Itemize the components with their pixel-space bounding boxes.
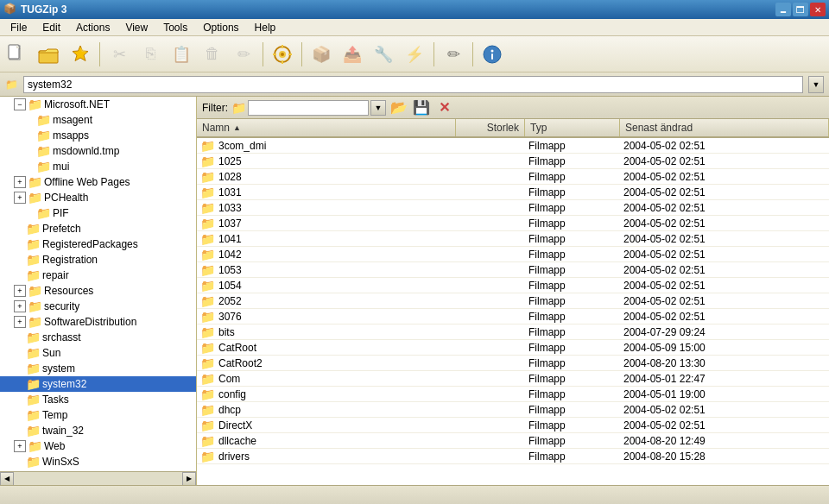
tree-item-registration[interactable]: 📁Registration [0, 252, 196, 268]
folder-icon: 📁 [200, 341, 215, 355]
address-input[interactable] [23, 76, 803, 93]
close-button[interactable]: ✕ [810, 3, 826, 16]
tree-label-resources: Resources [44, 285, 93, 297]
tree-item-srchasst[interactable]: 📁srchasst [0, 330, 196, 345]
col-header-name[interactable]: Namn ▲ [197, 119, 456, 136]
file-row[interactable]: 📁3076Filmapp2004-05-02 02:51 [197, 309, 829, 324]
file-modified-cell: 2004-05-02 02:51 [620, 264, 829, 276]
filter-save-button[interactable]: 💾 [412, 99, 431, 117]
tree-hscroll[interactable]: ◀ ▶ [0, 471, 196, 485]
tree-item-sun[interactable]: 📁Sun [0, 345, 196, 361]
tree-item-software-distribution[interactable]: +📁SoftwareDistribution [0, 314, 196, 330]
menu-item-tools[interactable]: Tools [156, 20, 194, 35]
file-row[interactable]: 📁1042Filmapp2004-05-02 02:51 [197, 247, 829, 262]
file-row[interactable]: 📁1041Filmapp2004-05-02 02:51 [197, 231, 829, 247]
toolbar-sfx-button[interactable]: ⚡ [400, 40, 429, 69]
tree-item-microsoft-net[interactable]: −📁Microsoft.NET [0, 97, 196, 112]
tree-item-security[interactable]: +📁security [0, 299, 196, 314]
tree-scroll-left[interactable]: ◀ [0, 472, 14, 486]
toolbar-favorites-button[interactable] [66, 40, 95, 69]
tree-item-msdownld-tmp[interactable]: 📁msdownld.tmp [0, 143, 196, 159]
minimize-button[interactable]: 🗕 [775, 3, 791, 16]
file-row[interactable]: 📁1053Filmapp2004-05-02 02:51 [197, 262, 829, 278]
toolbar-info-button[interactable] [478, 40, 507, 69]
file-rows[interactable]: 📁3com_dmiFilmapp2004-05-02 02:51📁1025Fil… [197, 138, 829, 485]
tree-expand-pchealth[interactable]: + [14, 192, 26, 204]
toolbar-extract-button[interactable]: 📤 [338, 40, 367, 69]
menu-item-view[interactable]: View [118, 20, 155, 35]
file-list: Namn ▲ Storlek Typ Senast ändrad 📁3com_d… [197, 119, 829, 485]
toolbar-new-button[interactable] [3, 40, 33, 69]
menu-item-edit[interactable]: Edit [35, 20, 67, 35]
tree-item-mui[interactable]: 📁mui [0, 159, 196, 174]
file-row[interactable]: 📁2052Filmapp2004-05-02 02:51 [197, 293, 829, 309]
file-row[interactable]: 📁dllcacheFilmapp2004-08-20 12:49 [197, 433, 829, 449]
file-row[interactable]: 📁1037Filmapp2004-05-02 02:51 [197, 216, 829, 231]
file-row[interactable]: 📁1028Filmapp2004-05-02 02:51 [197, 169, 829, 185]
toolbar-settings-button[interactable] [268, 40, 297, 69]
file-modified-cell: 2004-08-20 13:30 [620, 357, 829, 369]
file-row[interactable]: 📁dhcpFilmapp2004-05-02 02:51 [197, 402, 829, 418]
toolbar-rename-button[interactable]: ✏ [229, 40, 258, 69]
tree-item-msapps[interactable]: 📁msapps [0, 128, 196, 143]
toolbar-open-button[interactable] [35, 40, 64, 69]
filter-open-button[interactable]: 📂 [389, 99, 408, 117]
tree-scroll-right[interactable]: ▶ [182, 472, 196, 486]
tree-expand-offline-web-pages[interactable]: + [14, 176, 26, 188]
tree-item-temp[interactable]: 📁Temp [0, 407, 196, 423]
tree-expand-web[interactable]: + [14, 440, 26, 452]
file-row[interactable]: 📁1033Filmapp2004-05-02 02:51 [197, 200, 829, 216]
tree-item-offline-web-pages[interactable]: +📁Offline Web Pages [0, 174, 196, 190]
tree-item-prefetch[interactable]: 📁Prefetch [0, 221, 196, 236]
file-row[interactable]: 📁ComFilmapp2004-05-01 22:47 [197, 371, 829, 387]
tree-item-pchealth[interactable]: +📁PCHealth [0, 190, 196, 205]
tree-item-winsxs[interactable]: 📁WinSxS [0, 454, 196, 469]
maximize-button[interactable]: 🗖 [793, 3, 808, 16]
file-row[interactable]: 📁CatRootFilmapp2004-05-09 15:00 [197, 340, 829, 356]
file-row[interactable]: 📁configFilmapp2004-05-01 19:00 [197, 387, 829, 402]
tree-item-resources[interactable]: +📁Resources [0, 283, 196, 299]
tree-item-twain-32[interactable]: 📁twain_32 [0, 423, 196, 438]
col-header-size[interactable]: Storlek [456, 119, 525, 136]
menu-item-help[interactable]: Help [248, 20, 283, 35]
menu-item-actions[interactable]: Actions [69, 20, 117, 35]
toolbar-write-button[interactable]: ✏ [439, 40, 468, 69]
tree-item-repair[interactable]: 📁repair [0, 268, 196, 283]
toolbar-copy-button[interactable]: ⎘ [136, 40, 165, 69]
file-list-panel: Filter: 📁 ▼ 📂 💾 ✕ Namn ▲ Storlek [197, 97, 829, 485]
file-row[interactable]: 📁1025Filmapp2004-05-02 02:51 [197, 154, 829, 169]
file-row[interactable]: 📁1054Filmapp2004-05-02 02:51 [197, 278, 829, 293]
col-header-type[interactable]: Typ [525, 119, 620, 136]
tree-expand-microsoft-net[interactable]: − [14, 98, 26, 110]
tree-item-system[interactable]: 📁system [0, 361, 196, 376]
tree-item-tasks[interactable]: 📁Tasks [0, 392, 196, 407]
toolbar-paste-button[interactable]: 📋 [167, 40, 196, 69]
filter-input[interactable] [248, 100, 369, 116]
file-row[interactable]: 📁1031Filmapp2004-05-02 02:51 [197, 185, 829, 200]
filter-clear-button[interactable]: ✕ [434, 99, 453, 117]
tree-item-web[interactable]: +📁Web [0, 438, 196, 454]
tree-item-system32[interactable]: 📁system32 [0, 376, 196, 392]
toolbar-test-button[interactable]: 🔧 [369, 40, 398, 69]
tree-expand-software-distribution[interactable]: + [14, 316, 26, 328]
toolbar-delete-button[interactable]: 🗑 [198, 40, 227, 69]
tree-expand-security[interactable]: + [14, 300, 26, 312]
file-row[interactable]: 📁DirectXFilmapp2004-05-02 02:51 [197, 418, 829, 433]
col-header-modified[interactable]: Senast ändrad [620, 119, 829, 136]
filter-dropdown[interactable]: ▼ [370, 100, 386, 116]
toolbar-compress-button[interactable]: 📦 [307, 40, 336, 69]
file-row[interactable]: 📁driversFilmapp2004-08-20 15:28 [197, 449, 829, 464]
tree-expand-resources[interactable]: + [14, 285, 26, 297]
file-name-cell: 📁1028 [197, 170, 456, 184]
menu-item-options[interactable]: Options [196, 20, 245, 35]
menu-item-file[interactable]: File [3, 20, 34, 35]
file-row[interactable]: 📁3com_dmiFilmapp2004-05-02 02:51 [197, 138, 829, 154]
folder-tree[interactable]: −📁Microsoft.NET📁msagent📁msapps📁msdownld.… [0, 97, 196, 471]
toolbar-cut-button[interactable]: ✂ [104, 40, 134, 69]
file-row[interactable]: 📁CatRoot2Filmapp2004-08-20 13:30 [197, 356, 829, 371]
tree-item-msagent[interactable]: 📁msagent [0, 112, 196, 128]
tree-item-registered-packages[interactable]: 📁RegisteredPackages [0, 236, 196, 252]
tree-item-pif[interactable]: 📁PIF [0, 205, 196, 221]
file-row[interactable]: 📁bitsFilmapp2004-07-29 09:24 [197, 324, 829, 340]
address-dropdown[interactable]: ▼ [808, 76, 824, 93]
